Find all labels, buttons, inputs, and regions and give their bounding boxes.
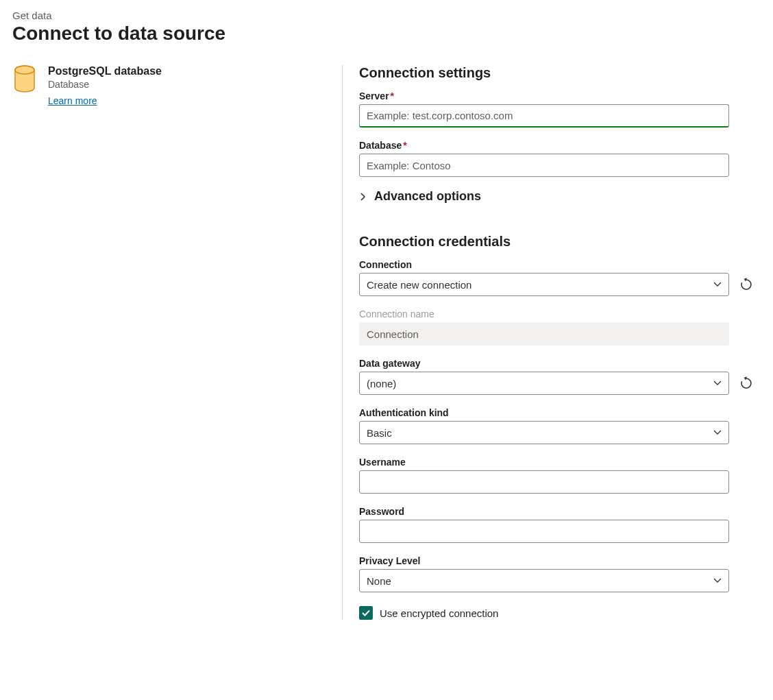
- refresh-icon: [739, 376, 753, 390]
- required-asterisk: *: [391, 90, 394, 101]
- connection-credentials-heading: Connection credentials: [359, 234, 754, 250]
- chevron-right-icon: [359, 193, 367, 201]
- auth-kind-select[interactable]: Basic: [359, 421, 729, 444]
- connector-card: PostgreSQL database Database Learn more: [12, 65, 328, 106]
- refresh-gateway-button[interactable]: [739, 376, 754, 391]
- connector-title: PostgreSQL database: [48, 65, 162, 77]
- server-label: Server*: [359, 90, 754, 101]
- chevron-down-icon: [713, 429, 722, 437]
- database-icon: [12, 65, 37, 94]
- chevron-down-icon: [713, 379, 722, 387]
- data-gateway-value: (none): [367, 378, 396, 389]
- required-asterisk: *: [403, 140, 406, 151]
- data-gateway-select[interactable]: (none): [359, 372, 729, 395]
- refresh-icon: [739, 278, 753, 291]
- learn-more-link[interactable]: Learn more: [48, 95, 97, 106]
- connection-name-input: [359, 322, 729, 346]
- auth-kind-value: Basic: [367, 427, 392, 439]
- encrypted-label: Use encrypted connection: [380, 607, 498, 619]
- checkmark-icon: [361, 608, 371, 618]
- chevron-down-icon: [713, 280, 722, 289]
- advanced-options-toggle[interactable]: Advanced options: [359, 189, 754, 204]
- auth-kind-label: Authentication kind: [359, 407, 754, 418]
- username-input[interactable]: [359, 470, 729, 494]
- connection-label: Connection: [359, 259, 754, 270]
- password-label: Password: [359, 506, 754, 517]
- connector-category: Database: [48, 79, 162, 90]
- privacy-level-value: None: [367, 575, 391, 587]
- connection-select-value: Create new connection: [367, 279, 471, 291]
- server-input[interactable]: [359, 104, 729, 128]
- connection-select[interactable]: Create new connection: [359, 273, 729, 296]
- data-gateway-label: Data gateway: [359, 358, 754, 369]
- breadcrumb: Get data: [12, 10, 761, 21]
- database-input[interactable]: [359, 154, 729, 177]
- refresh-connection-button[interactable]: [739, 277, 754, 292]
- database-label: Database*: [359, 140, 754, 151]
- password-input[interactable]: [359, 520, 729, 543]
- connection-settings-heading: Connection settings: [359, 65, 754, 81]
- page-title: Connect to data source: [12, 23, 761, 45]
- advanced-options-label: Advanced options: [374, 189, 481, 204]
- privacy-level-label: Privacy Level: [359, 555, 754, 566]
- connection-name-label: Connection name: [359, 309, 754, 319]
- encrypted-checkbox[interactable]: [359, 606, 373, 620]
- privacy-level-select[interactable]: None: [359, 569, 729, 592]
- chevron-down-icon: [713, 577, 722, 585]
- username-label: Username: [359, 457, 754, 468]
